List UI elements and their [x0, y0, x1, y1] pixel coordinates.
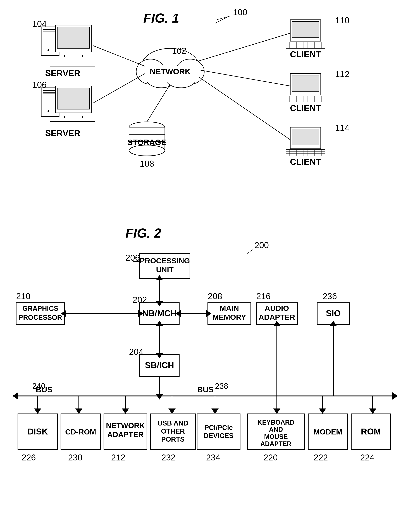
svg-rect-35 — [292, 22, 319, 38]
svg-text:PROCESSING: PROCESSING — [140, 257, 190, 265]
svg-marker-155 — [75, 409, 82, 414]
svg-text:ADAPTER: ADAPTER — [259, 313, 295, 322]
svg-text:NB/MCH: NB/MCH — [142, 308, 177, 318]
svg-line-81 — [147, 84, 170, 122]
svg-marker-165 — [319, 409, 326, 414]
svg-text:114: 114 — [335, 123, 349, 133]
svg-marker-133 — [13, 392, 18, 400]
svg-line-79 — [93, 46, 145, 66]
svg-text:236: 236 — [322, 292, 337, 301]
svg-text:238: 238 — [215, 382, 228, 390]
svg-text:212: 212 — [111, 453, 125, 462]
svg-rect-10 — [50, 61, 95, 66]
svg-text:PCI/PCIe: PCI/PCIe — [204, 424, 233, 431]
svg-text:KEYBOARD: KEYBOARD — [257, 419, 294, 426]
svg-text:210: 210 — [16, 292, 30, 301]
svg-text:240: 240 — [32, 382, 45, 390]
svg-text:234: 234 — [206, 453, 220, 462]
svg-text:216: 216 — [256, 292, 270, 301]
svg-text:SERVER: SERVER — [45, 68, 81, 78]
svg-text:PROCESSOR: PROCESSOR — [19, 314, 62, 321]
svg-text:MOUSE: MOUSE — [264, 433, 288, 440]
svg-line-84 — [199, 77, 290, 140]
svg-rect-9 — [65, 55, 82, 57]
svg-point-30 — [129, 145, 165, 156]
svg-text:230: 230 — [68, 453, 82, 462]
svg-text:AUDIO: AUDIO — [265, 304, 289, 313]
page: FIG. 1 — [0, 0, 420, 509]
svg-text:UNIT: UNIT — [156, 266, 174, 274]
fig2-svg: 200 PROCESSING UNIT 206 NB/MCH 202 MAIN … — [0, 226, 420, 505]
svg-text:MAIN: MAIN — [220, 304, 239, 313]
svg-rect-20 — [50, 121, 95, 127]
svg-rect-19 — [65, 116, 82, 118]
svg-text:110: 110 — [335, 15, 349, 25]
fig2-container: FIG. 2 200 PROCESSING UNIT 206 NB/MCH 20… — [0, 226, 420, 505]
svg-point-5 — [47, 49, 49, 51]
svg-rect-36 — [286, 42, 325, 48]
svg-text:ROM: ROM — [361, 427, 381, 436]
svg-marker-163 — [273, 409, 280, 414]
svg-marker-159 — [168, 409, 176, 414]
svg-marker-157 — [122, 409, 129, 414]
svg-text:DEVICES: DEVICES — [204, 432, 234, 440]
svg-text:CLIENT: CLIENT — [290, 157, 321, 167]
svg-marker-153 — [34, 409, 41, 414]
svg-text:MODEM: MODEM — [314, 428, 342, 436]
svg-marker-167 — [369, 409, 376, 414]
fig1-svg: NETWORK STORAGE — [0, 5, 420, 220]
svg-rect-183 — [197, 414, 240, 450]
svg-marker-161 — [211, 409, 219, 414]
svg-line-83 — [199, 70, 290, 86]
svg-rect-51 — [286, 96, 325, 102]
svg-text:102: 102 — [172, 46, 186, 56]
svg-text:OTHER: OTHER — [161, 427, 185, 435]
svg-text:BUS: BUS — [197, 385, 214, 394]
svg-text:204: 204 — [129, 347, 143, 357]
svg-text:NETWORK: NETWORK — [106, 421, 145, 430]
svg-point-15 — [47, 110, 49, 112]
svg-text:202: 202 — [133, 295, 147, 305]
svg-text:222: 222 — [314, 453, 328, 462]
svg-text:GRAPHICS: GRAPHICS — [22, 305, 58, 312]
svg-marker-140 — [156, 394, 163, 400]
svg-line-82 — [199, 33, 290, 61]
svg-marker-134 — [392, 392, 398, 400]
svg-text:AND: AND — [269, 426, 283, 433]
svg-text:232: 232 — [161, 453, 176, 462]
svg-line-100 — [247, 249, 254, 254]
svg-text:200: 200 — [255, 240, 269, 250]
svg-rect-65 — [292, 129, 319, 145]
svg-text:104: 104 — [32, 19, 47, 29]
svg-text:220: 220 — [263, 453, 278, 462]
svg-rect-17 — [57, 88, 90, 109]
svg-text:106: 106 — [32, 80, 47, 90]
svg-line-80 — [93, 74, 145, 103]
svg-text:100: 100 — [233, 7, 247, 17]
svg-text:208: 208 — [208, 292, 222, 301]
svg-text:NETWORK: NETWORK — [150, 67, 191, 76]
svg-text:226: 226 — [22, 453, 36, 462]
svg-text:PORTS: PORTS — [161, 435, 185, 443]
svg-text:108: 108 — [140, 159, 154, 168]
svg-text:SERVER: SERVER — [45, 128, 81, 138]
svg-text:CD-ROM: CD-ROM — [65, 428, 96, 436]
svg-text:224: 224 — [360, 453, 375, 462]
svg-text:DISK: DISK — [27, 427, 48, 436]
svg-text:ADAPTER: ADAPTER — [260, 440, 292, 448]
svg-text:206: 206 — [125, 253, 140, 262]
svg-rect-66 — [286, 150, 325, 156]
svg-text:SB/ICH: SB/ICH — [145, 360, 174, 370]
svg-line-85 — [217, 16, 231, 20]
svg-rect-50 — [292, 75, 319, 91]
svg-text:USB AND: USB AND — [158, 419, 188, 427]
svg-text:112: 112 — [335, 69, 349, 79]
svg-text:MEMORY: MEMORY — [212, 313, 246, 322]
fig1-container: FIG. 1 — [0, 5, 420, 220]
svg-text:STORAGE: STORAGE — [128, 138, 166, 147]
svg-text:ADAPTER: ADAPTER — [107, 430, 143, 439]
svg-rect-7 — [57, 27, 90, 48]
svg-text:SIO: SIO — [326, 308, 341, 318]
svg-text:CLIENT: CLIENT — [290, 50, 321, 59]
svg-text:CLIENT: CLIENT — [290, 103, 321, 113]
